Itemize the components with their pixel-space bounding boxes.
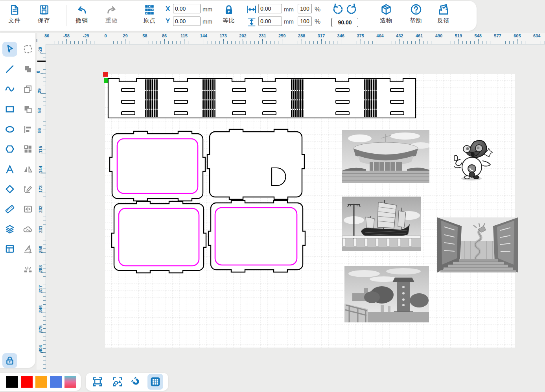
mirror-tool[interactable] bbox=[20, 162, 35, 177]
design-canvas[interactable] bbox=[105, 74, 515, 348]
ruler-cursor-marker bbox=[37, 61, 46, 62]
photo-stone-monument[interactable] bbox=[344, 266, 429, 322]
swatch-blue[interactable] bbox=[50, 376, 62, 388]
file-label: 文件 bbox=[5, 17, 24, 24]
layers-icon bbox=[5, 224, 15, 234]
width-percent-input[interactable] bbox=[298, 4, 312, 13]
node-edit-tool[interactable] bbox=[20, 182, 35, 197]
rotate-ccw-button[interactable] bbox=[331, 3, 344, 15]
union-tool[interactable] bbox=[20, 62, 35, 77]
swatch-gradient[interactable] bbox=[64, 376, 76, 388]
ruler-tick-label: 375 bbox=[357, 33, 364, 38]
box-panel-lid-3[interactable] bbox=[111, 201, 207, 274]
lock-canvas-tool[interactable] bbox=[2, 353, 17, 368]
lock-ratio-button[interactable]: 等比 bbox=[219, 4, 238, 24]
ruler-tick-label: -58 bbox=[63, 33, 70, 38]
x-label: X bbox=[166, 5, 170, 13]
rectangle-tool[interactable] bbox=[2, 102, 17, 117]
y-input[interactable] bbox=[173, 17, 201, 26]
origin-marker-red[interactable] bbox=[103, 72, 108, 77]
break-apart-tool[interactable] bbox=[20, 261, 35, 276]
x-input[interactable] bbox=[173, 4, 201, 13]
ruler-tick-label: 115 bbox=[38, 146, 43, 153]
toolbar-divider bbox=[134, 5, 134, 26]
polygon-tool[interactable] bbox=[2, 142, 17, 156]
table-icon bbox=[5, 244, 15, 254]
rotation-input[interactable] bbox=[331, 18, 358, 27]
resize-tool[interactable] bbox=[20, 202, 35, 217]
layers-tool[interactable] bbox=[2, 222, 17, 237]
rectangle-icon bbox=[5, 104, 15, 114]
ruler-tick-label: 577 bbox=[494, 33, 501, 38]
lock-ratio-label: 等比 bbox=[219, 17, 238, 24]
box-panel-lid-2[interactable] bbox=[206, 129, 305, 200]
ruler-tick-label: 173 bbox=[219, 33, 226, 38]
rotate-cw-button[interactable] bbox=[346, 3, 358, 15]
photo-dragon-sculpture[interactable] bbox=[437, 217, 518, 272]
view-options-bar bbox=[86, 373, 168, 391]
ruler-tick-label: 58 bbox=[37, 108, 42, 113]
swatch-orange[interactable] bbox=[35, 376, 47, 388]
redo-button[interactable]: 重做 bbox=[102, 4, 121, 24]
duplicate-tool[interactable] bbox=[20, 82, 35, 97]
ruler-tick-label: 58 bbox=[142, 33, 147, 38]
box-side-strip[interactable] bbox=[107, 78, 416, 119]
create-label: 造物 bbox=[377, 17, 396, 24]
undo-button[interactable]: 撤销 bbox=[72, 4, 91, 24]
width-input[interactable] bbox=[258, 4, 282, 13]
frame-button[interactable] bbox=[92, 376, 103, 387]
swatch-black[interactable] bbox=[6, 376, 18, 388]
eraser-tool[interactable] bbox=[2, 182, 17, 197]
y-unit: mm bbox=[203, 18, 212, 25]
curve-tool[interactable] bbox=[2, 82, 17, 97]
height-input[interactable] bbox=[258, 17, 282, 26]
weld-icon bbox=[23, 224, 33, 234]
ruler-tick-label: 115 bbox=[180, 33, 188, 38]
ruler-tick-label: 29 bbox=[123, 33, 127, 38]
line-tool[interactable] bbox=[2, 62, 17, 77]
text-tool[interactable] bbox=[2, 162, 17, 177]
ruler-tick-label: -29 bbox=[83, 33, 89, 38]
mirror-icon bbox=[23, 164, 33, 175]
subtract-tool[interactable] bbox=[20, 102, 35, 117]
ruler-tick-label: 404 bbox=[38, 345, 43, 352]
ruler-vertical: -290295886115144173202231259288317346375… bbox=[37, 44, 46, 370]
ruler-tick-label: 375 bbox=[38, 325, 43, 332]
shape-select-button[interactable] bbox=[112, 376, 123, 387]
align-tool[interactable] bbox=[20, 122, 35, 137]
feedback-button[interactable]: 反馈 bbox=[434, 3, 453, 24]
photo-mascot[interactable] bbox=[449, 136, 493, 182]
box-panel-lid-4[interactable] bbox=[208, 200, 306, 273]
feedback-label: 反馈 bbox=[434, 17, 453, 24]
create-button[interactable]: 造物 bbox=[377, 3, 396, 24]
height-percent-input[interactable] bbox=[298, 17, 312, 26]
photo-round-building[interactable] bbox=[342, 130, 429, 183]
weld-tool[interactable] bbox=[20, 222, 35, 237]
swatch-red[interactable] bbox=[21, 376, 33, 388]
height-unit: mm bbox=[284, 18, 294, 25]
table-tool[interactable] bbox=[2, 241, 17, 256]
file-button[interactable]: 文件 bbox=[5, 4, 24, 24]
save-icon bbox=[39, 4, 50, 16]
save-button[interactable]: 保存 bbox=[35, 4, 53, 24]
photo-junk-ship[interactable] bbox=[342, 197, 421, 251]
pointer-tool[interactable] bbox=[2, 42, 17, 57]
arrange-tool[interactable] bbox=[20, 142, 35, 156]
marquee-select-tool[interactable] bbox=[20, 42, 35, 57]
snap-magnet-button[interactable] bbox=[131, 376, 142, 387]
ruler-tick-label: 231 bbox=[38, 225, 43, 232]
undo-icon bbox=[76, 4, 88, 16]
help-button[interactable]: 帮助 bbox=[407, 3, 425, 24]
ruler-tick-label: 519 bbox=[455, 33, 462, 38]
box-panel-lid-1[interactable] bbox=[109, 131, 206, 202]
origin-button[interactable]: 原点 bbox=[140, 4, 159, 24]
measure-tool[interactable] bbox=[2, 202, 17, 217]
pointer-icon bbox=[5, 44, 15, 54]
file-icon bbox=[9, 4, 20, 16]
tool-sidebar bbox=[0, 33, 35, 368]
subtract-icon bbox=[23, 104, 33, 114]
grid-toggle-button[interactable] bbox=[150, 376, 161, 387]
y-label: Y bbox=[166, 17, 170, 25]
skew-text-tool[interactable] bbox=[20, 241, 35, 256]
ellipse-tool[interactable] bbox=[2, 122, 17, 137]
